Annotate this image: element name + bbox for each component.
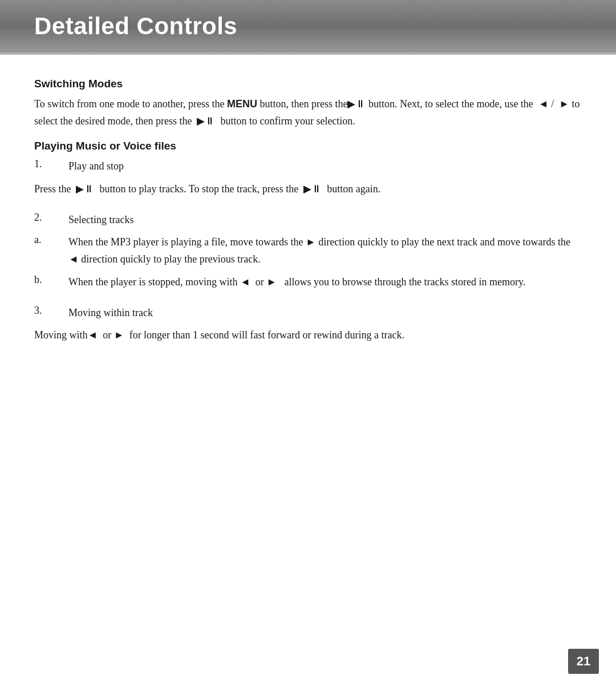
- playing-music-heading: Playing Music or Voice files: [34, 140, 582, 152]
- list-item-2-row: 2. Selecting tracks: [34, 212, 582, 229]
- menu-bold: MENU: [227, 98, 257, 110]
- list-item-1-num: 1.: [34, 158, 68, 175]
- list-item-1-label: Play and stop: [68, 158, 582, 175]
- switching-modes-heading: Switching Modes: [34, 78, 582, 90]
- list-item-2b-label: b.: [34, 274, 68, 291]
- page-number: 21: [568, 649, 599, 674]
- list-item-2a-row: a. When the MP3 player is playing a file…: [34, 234, 582, 268]
- list-item-1-row: 1. Play and stop: [34, 158, 582, 175]
- list-item-2-num: 2.: [34, 212, 68, 229]
- playing-music-section: Playing Music or Voice files 1. Play and…: [34, 140, 582, 344]
- list-item-3-row: 3. Moving within track: [34, 305, 582, 322]
- list-item-2a-label: a.: [34, 234, 68, 268]
- switching-modes-section: Switching Modes To switch from one mode …: [34, 78, 582, 130]
- main-content: Switching Modes To switch from one mode …: [0, 55, 616, 384]
- switching-modes-para: To switch from one mode to another, pres…: [34, 96, 582, 130]
- list-item-2a-text: When the MP3 player is playing a file, m…: [68, 234, 582, 268]
- list-item-2-label: Selecting tracks: [68, 212, 582, 229]
- list-item-2b-row: b. When the player is stopped, moving wi…: [34, 274, 582, 291]
- list-item-2b-text: When the player is stopped, moving with …: [68, 274, 582, 291]
- header-bar: Detailed Controls: [0, 0, 616, 52]
- list-item-3-num: 3.: [34, 305, 68, 322]
- page-title: Detailed Controls: [34, 13, 237, 39]
- list-item-3-label: Moving within track: [68, 305, 582, 322]
- list-item-1-para: Press the ▶⏸ button to play tracks. To s…: [34, 181, 582, 198]
- list-item-3-para: Moving with◄ or ► for longer than 1 seco…: [34, 327, 582, 344]
